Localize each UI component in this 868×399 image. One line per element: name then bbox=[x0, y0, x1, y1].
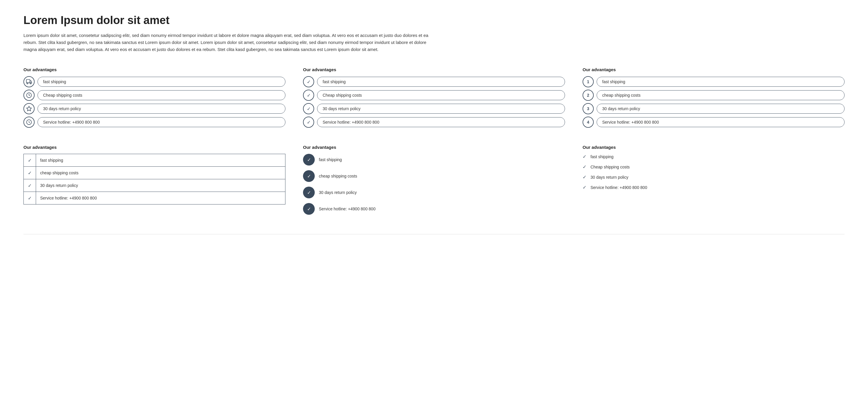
number-badge-2: 2 bbox=[583, 90, 594, 101]
list-item: ✓ fast shipping bbox=[583, 154, 844, 159]
svg-point-1 bbox=[27, 82, 28, 84]
svg-point-2 bbox=[30, 82, 31, 84]
item-input-4c[interactable] bbox=[597, 117, 844, 127]
item-input-2c[interactable] bbox=[597, 90, 844, 100]
item-input-2a[interactable] bbox=[37, 90, 285, 100]
list-item: ✓ bbox=[24, 192, 285, 204]
item-text-4f: Service hotline: +4900 800 800 bbox=[590, 185, 647, 190]
advantages-block-e: Our advantages ✓ fast shipping ✓ cheap s… bbox=[303, 145, 565, 220]
check-mark-icon: ✓ bbox=[583, 164, 586, 170]
advantages-title-d: Our advantages bbox=[24, 145, 285, 150]
shipping-icon bbox=[24, 76, 35, 87]
list-item bbox=[24, 90, 285, 101]
check-circle-icon: ✓ bbox=[303, 103, 314, 114]
item-text-2f: Cheap shipping costs bbox=[590, 165, 630, 169]
filled-check-icon: ✓ bbox=[303, 170, 315, 182]
item-text-2e: cheap shipping costs bbox=[319, 174, 357, 178]
list-item: 2 bbox=[583, 90, 844, 101]
list-item: ✓ bbox=[24, 154, 285, 166]
list-item: ✓ bbox=[24, 166, 285, 179]
clock-icon bbox=[24, 90, 35, 101]
check-mark-icon: ✓ bbox=[583, 154, 586, 159]
advantages-title-a: Our advantages bbox=[24, 67, 285, 72]
item-text-1e: fast shipping bbox=[319, 157, 342, 162]
item-input-2b[interactable] bbox=[317, 90, 565, 100]
item-input-3a[interactable] bbox=[37, 104, 285, 114]
item-input-3b[interactable] bbox=[317, 104, 565, 114]
list-item: ✓ cheap shipping costs bbox=[303, 170, 565, 182]
list-item: ✓ 30 days return policy bbox=[303, 187, 565, 198]
list-item: ✓ Service hotline: +4900 800 800 bbox=[303, 203, 565, 215]
list-item: ✓ Service hotline: +4900 800 800 bbox=[583, 185, 844, 190]
check-box-icon: ✓ bbox=[24, 154, 36, 166]
item-input-4d[interactable] bbox=[36, 193, 285, 203]
list-item: ✓ bbox=[303, 76, 565, 87]
item-text-3f: 30 days return policy bbox=[590, 175, 628, 179]
item-input-1c[interactable] bbox=[597, 77, 844, 87]
check-mark-icon: ✓ bbox=[583, 185, 586, 190]
advantages-title-f: Our advantages bbox=[583, 145, 844, 150]
list-item: ✓ bbox=[303, 117, 565, 128]
list-item bbox=[24, 117, 285, 128]
page-description: Lorem ipsum dolor sit amet, consetetur s… bbox=[24, 32, 434, 53]
item-text-1f: fast shipping bbox=[590, 155, 614, 159]
advantages-title-b: Our advantages bbox=[303, 67, 565, 72]
check-box-icon: ✓ bbox=[24, 192, 36, 204]
list-item: 3 bbox=[583, 103, 844, 114]
advantages-title-e: Our advantages bbox=[303, 145, 565, 150]
item-input-4b[interactable] bbox=[317, 117, 565, 127]
advantages-block-c: Our advantages 1 2 3 4 bbox=[583, 67, 844, 130]
svg-marker-4 bbox=[27, 106, 32, 111]
list-item: ✓ 30 days return policy bbox=[583, 174, 844, 180]
page-divider bbox=[24, 234, 844, 234]
list-item: ✓ fast shipping bbox=[303, 154, 565, 166]
number-badge-3: 3 bbox=[583, 103, 594, 114]
list-item: ✓ bbox=[303, 103, 565, 114]
advantages-block-b: Our advantages ✓ ✓ ✓ ✓ bbox=[303, 67, 565, 130]
item-input-3c[interactable] bbox=[597, 104, 844, 114]
number-badge-4: 4 bbox=[583, 117, 594, 128]
list-item bbox=[24, 103, 285, 114]
filled-check-icon: ✓ bbox=[303, 187, 315, 198]
item-input-2d[interactable] bbox=[36, 168, 285, 177]
check-circle-icon: ✓ bbox=[303, 90, 314, 101]
item-input-1a[interactable] bbox=[37, 77, 285, 87]
list-item: ✓ bbox=[303, 90, 565, 101]
advantages-title-c: Our advantages bbox=[583, 67, 844, 72]
filled-check-icon: ✓ bbox=[303, 154, 315, 166]
list-item bbox=[24, 76, 285, 87]
advantages-block-d: Our advantages ✓ ✓ ✓ ✓ bbox=[24, 145, 285, 220]
item-input-1b[interactable] bbox=[317, 77, 565, 87]
list-item: ✓ bbox=[24, 179, 285, 192]
page-title: Lorem Ipsum dolor sit amet bbox=[24, 14, 844, 27]
filled-check-icon: ✓ bbox=[303, 203, 315, 215]
svg-rect-0 bbox=[26, 80, 30, 83]
check-box-icon: ✓ bbox=[24, 167, 36, 179]
number-badge-1: 1 bbox=[583, 76, 594, 87]
item-text-3e: 30 days return policy bbox=[319, 190, 356, 195]
advantages-block-a: Our advantages bbox=[24, 67, 285, 130]
star-icon bbox=[24, 103, 35, 114]
item-input-1d[interactable] bbox=[36, 156, 285, 165]
item-input-4a[interactable] bbox=[37, 117, 285, 127]
check-circle-icon: ✓ bbox=[303, 76, 314, 87]
advantages-block-f: Our advantages ✓ fast shipping ✓ Cheap s… bbox=[583, 145, 844, 220]
check-circle-icon: ✓ bbox=[303, 117, 314, 128]
check-mark-icon: ✓ bbox=[583, 174, 586, 180]
list-item: 1 bbox=[583, 76, 844, 87]
item-input-3d[interactable] bbox=[36, 181, 285, 190]
list-item: 4 bbox=[583, 117, 844, 128]
phone-icon bbox=[24, 117, 35, 128]
item-text-4e: Service hotline: +4900 800 800 bbox=[319, 206, 375, 211]
check-box-icon: ✓ bbox=[24, 179, 36, 192]
list-item: ✓ Cheap shipping costs bbox=[583, 164, 844, 170]
